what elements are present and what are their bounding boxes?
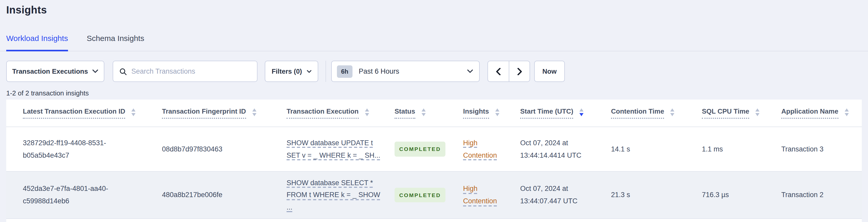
time-range-badge: 6h [337, 65, 352, 77]
cell-execution-id: 452da3e7-e7fa-4801-aa40- c59988d14eb6 [23, 183, 162, 208]
cell-contention-time: 14.1 s [611, 143, 702, 155]
time-range-pager [488, 61, 530, 82]
sort-icon[interactable] [365, 108, 369, 116]
time-range-picker[interactable]: 6h Past 6 Hours [331, 61, 480, 82]
toolbar: Transaction Executions Filters (0) 6h Pa… [6, 61, 862, 82]
sort-icon-descending-active[interactable] [580, 108, 584, 116]
chevron-down-icon [93, 69, 98, 73]
column-header-insights[interactable]: Insights [463, 107, 520, 119]
column-header-transaction-fingerprint-id[interactable]: Transaction Fingerprint ID [162, 107, 286, 119]
cell-fingerprint-id: 08d8b7d97f830463 [162, 143, 286, 155]
table-row: 452da3e7-e7fa-4801-aa40- c59988d14eb6 48… [6, 171, 862, 219]
insight-high-contention-link[interactable]: High Contention [463, 185, 497, 205]
execution-type-dropdown[interactable]: Transaction Executions [6, 61, 104, 82]
search-box[interactable] [113, 61, 257, 82]
transaction-execution-link[interactable]: SHOW database SELECT * FROM t WHERE k = … [286, 179, 380, 211]
tab-workload-insights[interactable]: Workload Insights [6, 34, 68, 51]
column-header-transaction-execution[interactable]: Transaction Execution [286, 107, 395, 119]
page-title: Insights [0, 0, 868, 16]
column-header-contention-time[interactable]: Contention Time [611, 107, 702, 119]
cell-contention-time: 21.3 s [611, 189, 702, 201]
sort-icon[interactable] [131, 108, 135, 116]
filters-dropdown[interactable]: Filters (0) [265, 61, 318, 82]
column-header-application-name[interactable]: Application Name [781, 107, 862, 119]
insights-page: Insights Workload Insights Schema Insigh… [0, 0, 868, 222]
execution-type-label: Transaction Executions [12, 67, 88, 75]
column-header-latest-transaction-execution-id[interactable]: Latest Transaction Execution ID [23, 107, 162, 119]
results-summary: 1-2 of 2 transaction insights [6, 89, 868, 97]
toolbar-divider [326, 61, 326, 82]
cell-application-name: Transaction 3 [781, 143, 862, 155]
table-header-row: Latest Transaction Execution ID Transact… [6, 100, 862, 127]
next-range-button[interactable] [509, 61, 529, 82]
status-badge: COMPLETED [395, 188, 446, 202]
search-icon [119, 68, 127, 75]
chevron-down-icon [307, 70, 311, 73]
sort-icon[interactable] [495, 108, 499, 116]
cell-application-name: Transaction 2 [781, 189, 862, 201]
sort-icon[interactable] [671, 108, 675, 116]
transaction-execution-link[interactable]: SHOW database UPDATE t SET v = _ WHERE k… [286, 139, 380, 159]
cell-fingerprint-id: 480a8b217be006fe [162, 189, 286, 201]
cell-start-time: Oct 07, 2024 at 13:44:07.447 UTC [520, 183, 611, 208]
time-range-label: Past 6 Hours [359, 67, 463, 75]
sort-icon[interactable] [252, 108, 256, 116]
insights-table: Latest Transaction Execution ID Transact… [6, 100, 862, 222]
filters-label: Filters (0) [272, 67, 302, 75]
now-button[interactable]: Now [534, 61, 565, 82]
insight-high-contention-link[interactable]: High Contention [463, 139, 497, 159]
cell-sql-cpu-time: 716.3 µs [702, 189, 781, 201]
column-header-start-time[interactable]: Start Time (UTC) [520, 107, 611, 119]
search-input[interactable] [131, 67, 251, 75]
column-header-sql-cpu-time[interactable]: SQL CPU Time [702, 107, 781, 119]
cell-sql-cpu-time: 1.1 ms [702, 143, 781, 155]
cell-start-time: Oct 07, 2024 at 13:44:14.4414 UTC [520, 137, 611, 162]
previous-range-button[interactable] [488, 61, 509, 82]
status-badge: COMPLETED [395, 142, 446, 157]
cell-execution-id: 328729d2-ff19-4408-8531- b05a5b4e43c7 [23, 137, 162, 162]
tab-bar: Workload Insights Schema Insights [0, 34, 868, 51]
chevron-down-icon [467, 69, 473, 73]
sort-icon[interactable] [421, 108, 426, 116]
column-header-status[interactable]: Status [395, 107, 463, 119]
table-row: 328729d2-ff19-4408-8531- b05a5b4e43c7 08… [6, 127, 862, 171]
tab-schema-insights[interactable]: Schema Insights [87, 34, 144, 51]
sort-icon[interactable] [755, 108, 760, 116]
sort-icon[interactable] [845, 108, 849, 116]
